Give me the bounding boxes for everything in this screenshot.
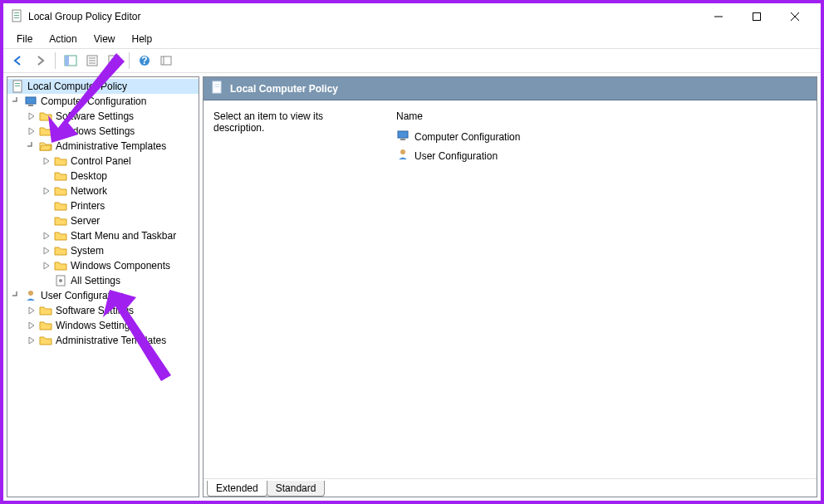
- expander-icon[interactable]: [26, 320, 37, 331]
- properties-button[interactable]: [82, 51, 102, 71]
- tree-cc-at-srv[interactable]: Server: [7, 213, 199, 228]
- expander-icon[interactable]: [41, 260, 52, 272]
- tabs: Extended Standard: [204, 478, 817, 497]
- tree-label: Software Settings: [56, 305, 134, 316]
- list-item-uc[interactable]: User Configuration: [396, 146, 807, 165]
- computer-icon: [24, 95, 37, 108]
- folder-icon: [54, 169, 67, 183]
- folder-icon: [54, 259, 67, 272]
- tree-cc-at-cp[interactable]: Control Panel: [7, 154, 199, 169]
- tree-cc[interactable]: Computer Configuration: [7, 94, 199, 109]
- menu-help[interactable]: Help: [125, 32, 159, 46]
- app-icon: [10, 9, 23, 25]
- folder-icon: [39, 125, 52, 138]
- expander-icon[interactable]: [41, 185, 52, 197]
- svg-rect-31: [400, 139, 405, 140]
- menubar: File Action View Help: [3, 30, 821, 48]
- tree-label: Server: [71, 215, 100, 227]
- tree-uc-win[interactable]: Windows Settings: [7, 318, 199, 333]
- tab-extended[interactable]: Extended: [207, 481, 267, 497]
- user-icon: [24, 289, 37, 302]
- tab-standard[interactable]: Standard: [267, 481, 326, 497]
- expander-icon[interactable]: [26, 125, 37, 137]
- list-item-cc[interactable]: Computer Configuration: [396, 127, 807, 146]
- back-button[interactable]: [8, 51, 28, 71]
- toolbar: ?: [3, 48, 821, 73]
- maximize-button[interactable]: [738, 4, 776, 29]
- detail-panel: Local Computer Policy Select an item to …: [203, 76, 817, 497]
- tree-cc-at-all[interactable]: All Settings: [7, 273, 199, 288]
- name-column-header[interactable]: Name: [396, 110, 807, 127]
- svg-rect-1: [14, 12, 19, 13]
- expander-icon[interactable]: [41, 230, 52, 242]
- svg-point-26: [28, 291, 33, 296]
- tree-cc-at-wc[interactable]: Windows Components: [7, 258, 199, 273]
- refresh-button[interactable]: [104, 51, 124, 71]
- expander-icon[interactable]: [11, 290, 22, 301]
- svg-rect-28: [214, 84, 219, 85]
- list-area: Name Computer Configuration User Configu…: [396, 110, 807, 468]
- list-item-label: User Configuration: [414, 150, 498, 162]
- forward-button[interactable]: [30, 51, 50, 71]
- detail-title: Local Computer Policy: [230, 83, 338, 95]
- svg-rect-5: [753, 13, 761, 21]
- menu-action[interactable]: Action: [42, 32, 83, 46]
- minimize-button[interactable]: [699, 4, 738, 29]
- expander-icon[interactable]: [41, 245, 52, 257]
- tree-uc-at[interactable]: Administrative Templates: [7, 333, 199, 348]
- folder-icon: [54, 154, 67, 168]
- tree-label: Windows Settings: [56, 320, 135, 331]
- tree-uc[interactable]: User Configuration: [7, 288, 199, 303]
- svg-rect-3: [14, 17, 19, 18]
- tree-cc-at-print[interactable]: Printers: [7, 198, 199, 213]
- expander-icon[interactable]: [11, 95, 22, 107]
- tree-cc-at-sys[interactable]: System: [7, 243, 199, 258]
- svg-rect-2: [14, 15, 19, 16]
- tree-label: Control Panel: [71, 155, 131, 167]
- svg-text:?: ?: [141, 55, 147, 66]
- folder-icon: [54, 184, 67, 198]
- tree-uc-sw[interactable]: Software Settings: [7, 303, 199, 318]
- help-button[interactable]: ?: [135, 51, 154, 71]
- detail-header: Local Computer Policy: [204, 77, 817, 100]
- tree-cc-win[interactable]: Windows Settings: [7, 124, 199, 139]
- tree-label: Desktop: [71, 170, 107, 182]
- filter-button[interactable]: [156, 51, 176, 71]
- tree-cc-at[interactable]: Administrative Templates: [7, 139, 199, 154]
- svg-rect-21: [15, 86, 20, 86]
- toolbar-separator: [55, 52, 56, 69]
- expander-icon[interactable]: [26, 335, 37, 346]
- tree-label: Windows Settings: [56, 125, 135, 137]
- folder-icon: [39, 319, 52, 332]
- expander-icon[interactable]: [26, 110, 37, 122]
- svg-rect-14: [109, 56, 119, 66]
- tree-cc-at-smt[interactable]: Start Menu and Taskbar: [7, 228, 199, 243]
- user-icon: [396, 148, 410, 164]
- tree-root[interactable]: Local Computer Policy: [7, 79, 199, 94]
- policy-icon: [210, 81, 223, 96]
- tree-label: Computer Configuration: [41, 95, 146, 107]
- tree-cc-at-net[interactable]: Network: [7, 183, 199, 198]
- expander-icon[interactable]: [41, 155, 52, 167]
- tree-label: Local Computer Policy: [27, 81, 127, 92]
- policy-icon: [11, 80, 24, 93]
- close-button[interactable]: [776, 4, 814, 29]
- svg-rect-20: [15, 83, 20, 84]
- show-hide-tree-button[interactable]: [61, 51, 81, 71]
- menu-file[interactable]: File: [10, 32, 39, 46]
- tree-label: All Settings: [71, 275, 120, 286]
- titlebar: Local Group Policy Editor: [3, 3, 821, 30]
- folder-icon: [54, 229, 67, 242]
- tree-cc-at-desk[interactable]: Desktop: [7, 169, 199, 183]
- svg-rect-30: [398, 131, 408, 138]
- expander-icon[interactable]: [26, 305, 37, 316]
- folder-icon: [39, 110, 52, 123]
- tree-label: Windows Components: [71, 260, 170, 272]
- tree-panel[interactable]: Local Computer Policy Computer Configura…: [7, 76, 199, 497]
- expander-icon[interactable]: [26, 140, 37, 152]
- description-area: Select an item to view its description.: [213, 110, 371, 468]
- tree-cc-sw[interactable]: Software Settings: [7, 109, 199, 124]
- tree-label: Administrative Templates: [56, 140, 166, 152]
- svg-rect-23: [28, 105, 33, 106]
- menu-view[interactable]: View: [87, 32, 122, 46]
